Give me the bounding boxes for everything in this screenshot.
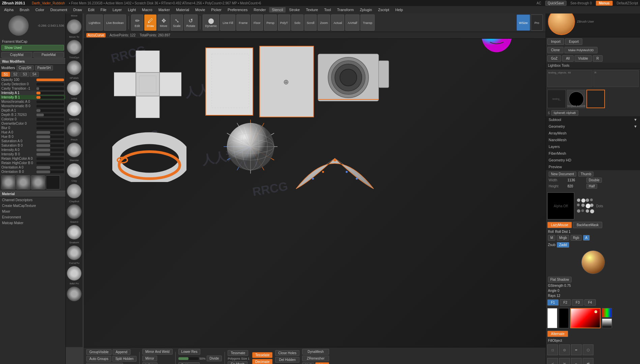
- menu-render[interactable]: Render: [251, 7, 268, 12]
- divide-slider[interactable]: [178, 357, 199, 360]
- scale-btn[interactable]: ⤡ Scale: [171, 14, 183, 31]
- all-btn[interactable]: All: [562, 55, 573, 62]
- import-btn[interactable]: Import: [547, 38, 564, 45]
- brush-move-to[interactable]: [67, 40, 82, 55]
- menu-color[interactable]: Color: [33, 7, 47, 12]
- brush-standard[interactable]: [67, 163, 82, 178]
- canvas-area[interactable]: RRCG 人人素材 RRCG 人人素材 RRCG RRCG: [84, 13, 546, 347]
- zadd-btn[interactable]: Zadd: [557, 242, 569, 248]
- lazy-mouse-btn[interactable]: LazyMouse: [547, 222, 572, 228]
- retain-hc-b-track[interactable]: [36, 162, 64, 164]
- menu-alpha[interactable]: Alpha: [1, 7, 16, 12]
- decimate-btn[interactable]: Decimate: [252, 359, 272, 364]
- color-bw-bar[interactable]: [602, 318, 612, 328]
- menu-stencil[interactable]: Stencil: [269, 7, 286, 12]
- f3-btn[interactable]: F3: [572, 299, 583, 306]
- orient-a-track[interactable]: [36, 166, 64, 169]
- tab-s1[interactable]: S1: [1, 72, 10, 77]
- accu-curve[interactable]: AccuCurve: [86, 33, 106, 37]
- menu-transform[interactable]: Transform: [334, 7, 356, 12]
- arraymesh-header[interactable]: ArrayMesh: [546, 130, 640, 136]
- fibermesh-header[interactable]: FiberMesh: [546, 150, 640, 157]
- int-a2-track[interactable]: [36, 149, 64, 151]
- rgb-btn[interactable]: Rgb: [571, 235, 581, 241]
- del-lower-btn[interactable]: Del Lower: [178, 362, 200, 364]
- hue-b-track[interactable]: [36, 135, 64, 138]
- menu-stroke[interactable]: Stroke: [286, 7, 302, 12]
- move-btn[interactable]: ✥ Move: [157, 14, 170, 31]
- paste-mat-btn[interactable]: PasteMat: [33, 52, 64, 58]
- color-picker-square[interactable]: [570, 308, 601, 328]
- menu-texture[interactable]: Texture: [303, 7, 321, 12]
- mono-b-track[interactable]: [36, 105, 64, 108]
- persp-btn[interactable]: Persp: [264, 14, 277, 31]
- opacity-track[interactable]: [36, 79, 64, 81]
- channel-descriptors[interactable]: Channel Descriptors: [0, 197, 65, 203]
- overwrite-color-track[interactable]: [36, 122, 64, 125]
- zoom-btn[interactable]: Zoom: [318, 14, 330, 31]
- mixer-item[interactable]: Mixer: [0, 209, 65, 214]
- lightbox-btn[interactable]: LightBox: [86, 14, 103, 31]
- brush-slash3[interactable]: [67, 225, 82, 240]
- orient-b-track[interactable]: [36, 171, 64, 173]
- r-btn[interactable]: R: [593, 55, 603, 62]
- f2-btn[interactable]: F2: [560, 299, 571, 306]
- brush-curvetu[interactable]: [67, 266, 82, 281]
- frame-btn[interactable]: Frame: [236, 14, 250, 31]
- copy-mat-btn[interactable]: CopyMat: [1, 52, 32, 58]
- sat-a-track[interactable]: [36, 140, 64, 143]
- brush-inflat[interactable]: [67, 101, 82, 116]
- depth-b-track[interactable]: [36, 114, 64, 116]
- tesselate-btn[interactable]: Tesselate: [252, 352, 272, 358]
- matcap-maker-item[interactable]: Matcap Maker: [0, 220, 65, 226]
- clip-curve-icon[interactable]: ↙: [547, 358, 558, 364]
- close-holes-btn[interactable]: Close Holes: [275, 350, 299, 356]
- int-b2-track[interactable]: [36, 153, 64, 156]
- polyt-btn[interactable]: PolyT: [278, 14, 290, 31]
- thumb-btn[interactable]: Thumb: [578, 172, 593, 177]
- mrgb-btn[interactable]: Mrgb: [557, 235, 569, 241]
- menus-btn[interactable]: Menus: [596, 1, 613, 6]
- dynamesh-btn[interactable]: DynaMesh: [302, 349, 329, 355]
- depth-a-track[interactable]: [36, 109, 64, 112]
- dynamic-btn[interactable]: ⬤ Dynamic: [203, 14, 219, 31]
- menu-help[interactable]: Help: [392, 7, 406, 12]
- flat-shadow-btn[interactable]: Flat Shadow: [548, 277, 572, 282]
- brush-thumb-4[interactable]: [46, 175, 60, 189]
- copy-sh-btn[interactable]: CopySH: [17, 65, 34, 70]
- select-lasso-icon[interactable]: ⊙: [559, 344, 570, 355]
- actual-btn[interactable]: Actual: [331, 14, 344, 31]
- transpose-icon[interactable]: ⇄: [583, 358, 593, 364]
- material-sphere[interactable]: [581, 250, 605, 274]
- scroll-btn[interactable]: Scroll: [304, 14, 317, 31]
- transp-btn[interactable]: Transp: [360, 14, 375, 31]
- menu-draw[interactable]: Draw: [70, 7, 85, 12]
- adap-btn[interactable]: Adap: [315, 362, 329, 364]
- wax-modifiers-section[interactable]: Wax Modifiers: [0, 58, 65, 65]
- split-hidden-btn[interactable]: Split Hidden: [112, 356, 137, 362]
- zremesher-btn[interactable]: ZRemesher: [302, 356, 329, 361]
- intensity-b-track[interactable]: [36, 96, 64, 99]
- menu-zplugin[interactable]: Zplugin: [357, 7, 375, 12]
- a-btn[interactable]: A: [583, 235, 590, 241]
- menu-material[interactable]: Material: [173, 7, 192, 12]
- paste-sh-btn[interactable]: PasteSH: [35, 65, 53, 70]
- trim-curve-icon[interactable]: ✂: [559, 358, 570, 364]
- alternate-btn[interactable]: Alternate: [547, 331, 568, 337]
- f4-btn[interactable]: F4: [584, 299, 596, 306]
- aahalf-btn[interactable]: AAHalf: [345, 14, 359, 31]
- tab-s4[interactable]: S4: [30, 72, 39, 77]
- del-hidden-btn[interactable]: Del Hidden: [275, 357, 299, 363]
- brush-thumb-2[interactable]: [16, 175, 30, 189]
- auto-groups-btn[interactable]: Auto Groups: [86, 356, 111, 362]
- select-rect-icon[interactable]: □: [547, 344, 558, 355]
- append-btn[interactable]: Append: [113, 349, 130, 355]
- brush-trimdyn[interactable]: [67, 60, 82, 75]
- half-btn-bb[interactable]: Half: [302, 362, 314, 364]
- tab-s3[interactable]: S3: [20, 72, 29, 77]
- geometry-header[interactable]: Geometry ▼: [546, 123, 640, 130]
- mono-a-track[interactable]: [36, 100, 64, 103]
- menu-zscript[interactable]: Zscript: [375, 7, 392, 12]
- brush-hpolish[interactable]: [67, 81, 82, 96]
- alpha-off-box[interactable]: Alpha Off: [547, 192, 574, 219]
